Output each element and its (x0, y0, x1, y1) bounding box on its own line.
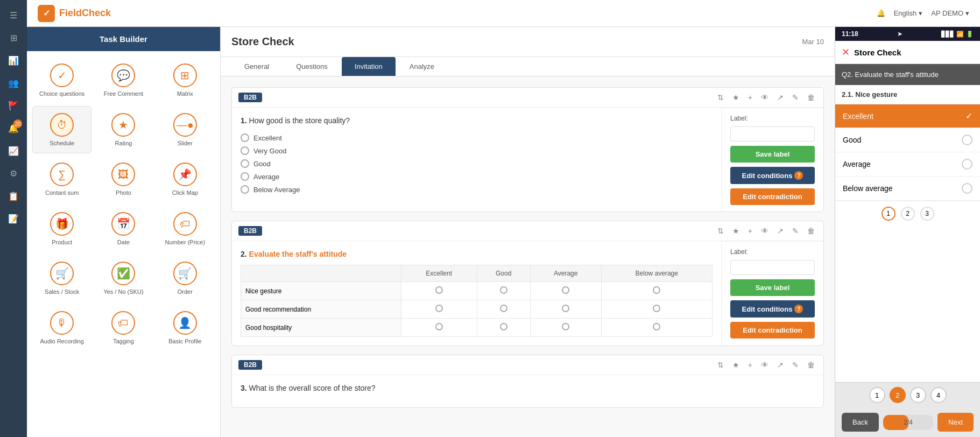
save-label-btn-2[interactable]: Save label (730, 279, 815, 296)
nav-flag[interactable]: 🚩 (4, 96, 23, 115)
matrix-radio-ng-b[interactable] (653, 286, 660, 294)
tab-invitation[interactable]: Invitation (342, 57, 396, 76)
question-3-toolbar: B2B ⇅ ★ + 👁 ↗ ✎ 🗑 (232, 355, 823, 375)
q3-delete-icon[interactable]: 🗑 (805, 360, 817, 370)
q2-export-icon[interactable]: ↗ (775, 225, 786, 236)
footer-page-4[interactable]: 4 (930, 387, 947, 403)
matrix-radio-gr-b[interactable] (653, 305, 660, 312)
q3-hide-icon[interactable]: 👁 (759, 360, 771, 370)
q3-edit-icon[interactable]: ✎ (790, 360, 801, 370)
page-dot-3[interactable]: 3 (920, 207, 934, 221)
nav-settings[interactable]: ⚙ (4, 164, 23, 183)
sidebar-item-number-price[interactable]: 🏷 Number (Price) (156, 205, 215, 252)
nav-clipboard[interactable]: 📝 (4, 209, 23, 228)
phone-uncheck-good (962, 135, 972, 145)
nav-chart[interactable]: 📊 (4, 51, 23, 70)
matrix-radio-gh-e[interactable] (435, 323, 443, 330)
nav-toggle[interactable]: ☰ (4, 5, 23, 25)
phone-back-btn[interactable]: Back (842, 413, 879, 432)
nav-users[interactable]: 👥 (4, 73, 23, 93)
phone-next-btn[interactable]: Next (937, 413, 974, 432)
q3-star-icon[interactable]: ★ (730, 360, 742, 370)
q2-hide-icon[interactable]: 👁 (759, 225, 771, 236)
matrix-radio-gh-g[interactable] (500, 323, 507, 330)
edit-conditions-btn-1[interactable]: Edit conditions ? (730, 167, 815, 184)
sidebar-item-contant-sum[interactable]: ∑ Contant sum (32, 156, 91, 203)
sidebar-item-date[interactable]: 📅 Date (94, 205, 153, 252)
page-dot-2[interactable]: 2 (901, 207, 915, 221)
sidebar-item-basic-profile[interactable]: 👤 Basic Profile (156, 304, 215, 351)
matrix-radio-gr-e[interactable] (435, 305, 443, 312)
matrix-radio-gh-b[interactable] (653, 323, 660, 330)
sidebar-item-order[interactable]: 🛒 Order (156, 255, 215, 302)
phone-icons: ▊▊▊ 📶 🔋 (941, 31, 974, 38)
sidebar-item-product[interactable]: 🎁 Product (32, 205, 91, 252)
matrix-radio-gh-a[interactable] (562, 323, 569, 330)
phone-option-below-average[interactable]: Below average (835, 177, 980, 201)
sidebar-item-rating[interactable]: ★ Rating (94, 106, 153, 153)
q2-edit-icon[interactable]: ✎ (790, 225, 801, 236)
language-selector[interactable]: English ▾ (894, 9, 923, 17)
sidebar-item-schedule[interactable]: ⏱ Schedule (32, 106, 91, 153)
q2-delete-icon[interactable]: 🗑 (805, 225, 817, 236)
matrix-radio-gr-a[interactable] (562, 305, 569, 312)
sidebar-item-tagging[interactable]: 🏷 Tagging (94, 304, 153, 351)
sidebar-item-photo[interactable]: 🖼 Photo (94, 156, 153, 203)
footer-page-2[interactable]: 2 (890, 387, 906, 403)
matrix-radio-ng-e[interactable] (435, 286, 443, 294)
phone-option-good[interactable]: Good (835, 128, 980, 152)
q2-add-icon[interactable]: + (746, 225, 755, 236)
save-label-btn-1[interactable]: Save label (730, 146, 815, 163)
sidebar-item-click-map[interactable]: 📌 Click Map (156, 156, 215, 203)
number-price-label: Number (Price) (165, 239, 206, 245)
q1-star-icon[interactable]: ★ (730, 92, 742, 103)
phone-panel: 11:18 ➤ ▊▊▊ 📶 🔋 ✕ Store Check Q2. Evalua… (835, 27, 980, 437)
radio-very-good[interactable] (241, 146, 249, 155)
q3-add-icon[interactable]: + (746, 360, 755, 370)
q1-add-icon[interactable]: + (746, 92, 755, 103)
sidebar-item-audio[interactable]: 🎙 Audio Recording (32, 304, 91, 351)
matrix-radio-ng-g[interactable] (500, 286, 507, 294)
phone-close-btn[interactable]: ✕ (842, 46, 850, 58)
radio-excellent[interactable] (241, 133, 249, 142)
tab-questions[interactable]: Questions (283, 57, 341, 76)
radio-below-average[interactable] (241, 185, 249, 194)
q3-move-icon[interactable]: ⇅ (715, 360, 726, 370)
label-input-2[interactable] (730, 260, 815, 275)
radio-average[interactable] (241, 172, 249, 181)
q1-delete-icon[interactable]: 🗑 (805, 92, 817, 103)
page-dot-1[interactable]: 1 (882, 207, 896, 221)
sidebar-item-sales-stock[interactable]: 🛒 Sales / Stock (32, 255, 91, 302)
nav-list[interactable]: 📋 (4, 186, 23, 206)
sidebar-item-choice[interactable]: ✓ Choice questions (32, 57, 91, 104)
tab-general[interactable]: General (231, 57, 282, 76)
matrix-radio-ng-a[interactable] (562, 286, 569, 294)
phone-option-excellent[interactable]: Excellent ✓ (835, 104, 980, 128)
account-selector[interactable]: AP DEMO ▾ (931, 9, 969, 17)
edit-contradiction-btn-1[interactable]: Edit contradiction (730, 188, 815, 205)
footer-page-1[interactable]: 1 (869, 387, 885, 403)
sidebar-item-matrix[interactable]: ⊞ Matrix (156, 57, 215, 104)
q2-move-icon[interactable]: ⇅ (715, 225, 726, 236)
q1-export-icon[interactable]: ↗ (775, 92, 786, 103)
tab-analyze[interactable]: Analyze (397, 57, 447, 76)
footer-page-3[interactable]: 3 (910, 387, 926, 403)
sidebar-item-free-comment[interactable]: 💬 Free Comment (94, 57, 153, 104)
matrix-radio-gr-g[interactable] (500, 305, 507, 312)
q1-hide-icon[interactable]: 👁 (759, 92, 771, 103)
label-input-1[interactable] (730, 126, 815, 142)
sidebar-item-yes-no[interactable]: ✅ Yes / No (SKU) (94, 255, 153, 302)
nav-trend[interactable]: 📈 (4, 141, 23, 160)
q2-star-icon[interactable]: ★ (730, 225, 742, 236)
sidebar-item-slider[interactable]: —● Slider (156, 106, 215, 153)
edit-conditions-btn-2[interactable]: Edit conditions ? (730, 300, 815, 318)
q3-export-icon[interactable]: ↗ (775, 360, 786, 370)
edit-contradiction-btn-2[interactable]: Edit contradiction (730, 322, 815, 339)
nav-notification[interactable]: 🔔 20 (4, 118, 23, 138)
q1-edit-icon[interactable]: ✎ (790, 92, 801, 103)
nav-grid[interactable]: ⊞ (4, 28, 23, 47)
phone-option-average[interactable]: Average (835, 152, 980, 177)
radio-good[interactable] (241, 159, 249, 168)
notification-btn[interactable]: 🔔 (877, 9, 885, 17)
q1-move-icon[interactable]: ⇅ (715, 92, 726, 103)
